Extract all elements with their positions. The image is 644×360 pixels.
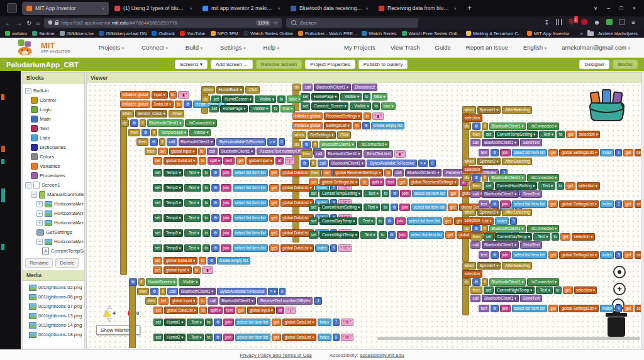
adblock-icon[interactable] (581, 19, 587, 27)
block-row[interactable]: whenSpinner4 ▾.AfterSelecting (462, 262, 641, 269)
block-row[interactable]: selection (462, 270, 641, 277)
expand-icon[interactable]: + (36, 220, 43, 226)
block-row[interactable]: selection (462, 217, 641, 224)
warning-up-icon[interactable]: △ (101, 304, 118, 309)
collapse-icon[interactable]: − (25, 182, 31, 188)
tree-item-control[interactable]: Control (23, 95, 84, 105)
expand-icon[interactable]: + (36, 210, 43, 217)
tree-item-dictionaries[interactable]: Dictionaries (23, 143, 84, 152)
bookmark-item[interactable]: Watch Series (362, 31, 396, 36)
header-link-view-trash[interactable]: View Trash (391, 44, 420, 51)
tree-item-math[interactable]: Math (23, 114, 84, 124)
block-row[interactable]: docallBluetoothClient1 ▾.Disconnect (292, 83, 397, 91)
menu-help[interactable]: Help ▾ (264, 44, 280, 51)
block-row[interactable]: whenSpinner3 ▾.AfterSelecting (462, 209, 641, 215)
home-icon[interactable]: ⌂ (36, 19, 40, 26)
tree-item-horizontalarrangemen[interactable]: −HorizontalArrangemen (23, 237, 84, 246)
firefox-view-button[interactable] (7, 3, 17, 13)
project-properties-button[interactable]: Project Properties (305, 60, 355, 69)
remove-screen-button[interactable]: Remove Screen (256, 60, 302, 69)
block-row[interactable]: whenSpinner2 ▾.AfterSelecting (462, 158, 641, 165)
browser-tab[interactable]: Bluetooth data receiving, overl× (286, 2, 373, 15)
back-icon[interactable]: ← (5, 19, 11, 26)
block-row[interactable]: initialize globalReceivedSettings ▾to“ ▮… (292, 112, 406, 120)
account-icon[interactable]: ☻ (594, 19, 601, 26)
tree-item-screen1[interactable]: −Screen1 (23, 180, 84, 190)
lock-icon[interactable] (55, 22, 58, 25)
url-bar[interactable]: https://ai2.appinventor.mit.edu/#4786446… (44, 18, 282, 28)
block-row[interactable]: callBluetoothClient1 ▾.SendText (470, 241, 641, 248)
block-row[interactable]: setglobal DataList ▾tosplit ▾textgetglob… (153, 306, 355, 314)
tree-item-procedures[interactable]: Procedures (23, 171, 84, 180)
bookmark-item[interactable]: Outlook (152, 31, 175, 36)
block-row[interactable]: ⚙ifHumidScreen ▾. Visible ▾ (129, 278, 355, 286)
header-link-guide[interactable]: Guide (435, 44, 451, 51)
menu-connect[interactable]: Connect ▾ (142, 44, 168, 51)
block-row[interactable]: thensetCurrentTempSetting ▾. Text ▾toget… (470, 131, 641, 138)
menu-build[interactable]: Build ▾ (186, 44, 203, 51)
save-page-icon[interactable]: ↧ (544, 19, 549, 26)
tree-item-horizontalarrangemen[interactable]: +HorizontalArrangemen (23, 199, 84, 209)
bookmark-item[interactable]: Putlocker - Watch FRE... (298, 31, 357, 36)
close-icon[interactable]: × (633, 5, 636, 11)
block-row[interactable]: text⚙joinselect list item listgetglobal … (479, 147, 641, 158)
when-spinner4-afterselecting[interactable]: whenSpinner4 ▾.AfterSelectingselectiondo… (462, 262, 641, 315)
block-row[interactable]: dosetHumidScreen ▾. Visible ▾tofalse ▾ (201, 95, 304, 103)
block-row[interactable]: setglobal DataList ▾to⚙create empty list (153, 256, 353, 265)
when-spinner1-afterselecting[interactable]: whenSpinner1 ▾.AfterSelectingselectiondo… (462, 106, 641, 160)
browser-tab[interactable]: (1) Using 2 types of bluetooth c× (110, 2, 197, 15)
block-row[interactable]: setTemp6 ▾. Text ▾to⚙joinselect list ite… (153, 241, 353, 255)
collapse-icon[interactable]: − (31, 192, 37, 198)
bookmark-item[interactable]: NPO 3FM (211, 31, 238, 36)
maximize-icon[interactable]: □ (619, 5, 623, 11)
block-row[interactable]: do⚙ifBluetoothClient1 ▾. IsConnected ▾ (462, 225, 641, 232)
block-row[interactable]: thensetCurrentDayTemp ▾. Text ▾togetsele… (470, 233, 641, 240)
tab-close-icon[interactable]: × (101, 6, 104, 11)
bookmark-item[interactable]: Watch Free Series Onli... (402, 31, 462, 36)
media-file[interactable]: 001lighticons-02.png (23, 283, 84, 292)
tree-item-built-in[interactable]: −Built-in (23, 86, 84, 95)
library-icon[interactable] (556, 19, 562, 27)
bookmarks-overflow-chevron[interactable]: » (580, 31, 582, 36)
block-row[interactable]: callBluetoothClient1 ▾.SendText (470, 139, 641, 146)
list-tabs-icon[interactable]: ∨ (594, 5, 598, 11)
header-link-my-projects[interactable]: My Projects (344, 44, 375, 51)
addon-icon[interactable] (619, 19, 625, 27)
block-row[interactable]: then⚙ifcallBluetoothClient1 ▾.BytesAvail… (137, 287, 355, 295)
block-row[interactable]: do⚙ifBluetoothClient1 ▾. IsConnected ▾ (462, 123, 641, 129)
new-tab-button[interactable]: + (462, 4, 477, 13)
media-file[interactable]: 001lighticons-14.png (23, 320, 84, 330)
tab-close-icon[interactable]: × (277, 6, 280, 11)
other-bookmarks-label[interactable]: Andere bladwijzers (598, 31, 638, 36)
block-row[interactable]: selection (462, 166, 641, 173)
block-row[interactable]: thensetglobal input ▾tocallBluetoothClie… (145, 297, 355, 305)
browser-tab[interactable]: mit app inventor 2 making 2 li× (198, 2, 285, 15)
init-globals-settings[interactable]: initialize globalReceivedSettings ▾to“ ▮… (292, 112, 406, 131)
tree-item-logic[interactable]: Logic (23, 105, 84, 114)
designer-button[interactable]: Designer (579, 60, 609, 69)
accessibility-link[interactable]: accessibility.mit.edu (360, 352, 404, 358)
bookmark-item[interactable]: anitaku (5, 31, 27, 36)
disconnect-block[interactable]: docallBluetoothClient1 ▾.DisconnectsetHo… (292, 83, 397, 111)
humid-branch[interactable]: ⚙ifHumidScreen ▾. Visible ▾then⚙ifcallBl… (129, 278, 355, 348)
bookmark-item[interactable]: Gifkikkerportaal DN (99, 31, 147, 36)
tree-item-lists[interactable]: Lists (23, 133, 84, 143)
bookmark-star-icon[interactable]: ☆ (273, 19, 278, 26)
forward-icon[interactable]: → (16, 19, 22, 26)
media-file[interactable]: 001lighticons-13.png (23, 311, 84, 320)
delete-button[interactable]: Delete (55, 258, 79, 268)
collapse-icon[interactable]: − (36, 239, 43, 245)
tab-close-icon[interactable]: × (453, 6, 457, 11)
zoom-level-badge[interactable]: 110% (256, 20, 270, 26)
tab-close-icon[interactable]: × (365, 6, 369, 11)
menu-projects[interactable]: Projects ▾ (99, 44, 124, 51)
browser-tab[interactable]: MIT App Inventor× (22, 2, 109, 15)
tree-item-manualcontrolscreen[interactable]: −ManualControlScreen (23, 190, 84, 199)
block-row[interactable]: text⚙joinselect list item listgetglobal … (479, 303, 641, 314)
tree-item-variables[interactable]: Variables (23, 161, 84, 171)
search-bar[interactable]: Zoeken (286, 18, 418, 28)
rename-button[interactable]: Rename (25, 258, 53, 268)
tree-item-getsettings[interactable]: GetSettings (23, 227, 84, 237)
bookmark-item[interactable]: Watch Series Online (243, 31, 293, 36)
tree-item-horizontalarrangemen[interactable]: +HorizontalArrangemen (23, 209, 84, 218)
